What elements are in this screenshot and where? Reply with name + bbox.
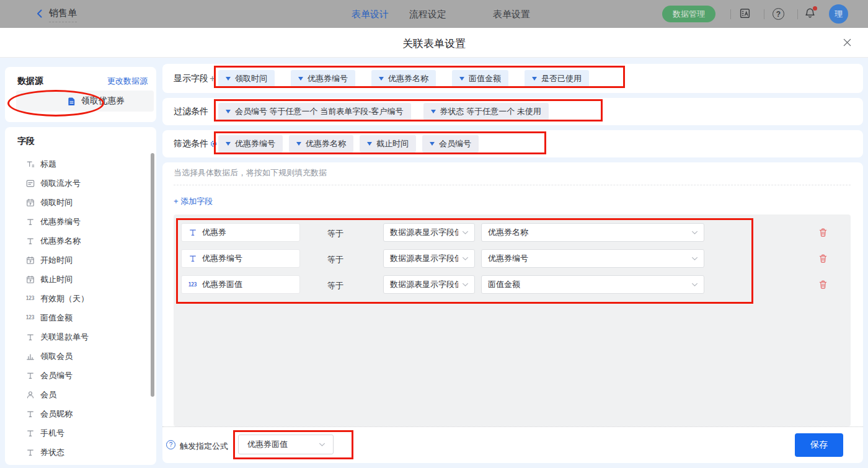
select-value: 数据源表显示字段值 [390,279,458,290]
tab-flow-setup[interactable]: 流程设定 [409,9,446,20]
tag-label: 会员编号 [439,138,471,149]
tag-label: 券状态 等于任意一个 未使用 [440,106,541,117]
caret-down-icon [430,142,435,146]
rule-source-select[interactable]: 数据源表显示字段值 [383,275,475,294]
rule-value-select[interactable]: 优惠券编号 [481,249,704,268]
tab-form-design[interactable]: 表单设计 [352,9,389,20]
rule-value-select[interactable]: 面值金额 [481,275,704,294]
rule-source-select[interactable]: 数据源表显示字段值 [383,223,475,242]
field-item[interactable]: 优惠券编号 [5,212,156,231]
trigger-formula-select[interactable]: 优惠券面值 [238,435,334,454]
data-manage-button[interactable]: 数据管理 [662,6,715,22]
filter-conditions-row: 过滤条件 会员编号 等于任意一个 当前表单字段-客户编号券状态 等于任意一个 未… [162,98,863,125]
text-icon [25,371,35,380]
rule-row: 123优惠券面值等于数据源表显示字段值面值金额 [174,275,851,294]
field-item[interactable]: 会员昵称 [5,404,156,423]
close-icon[interactable] [843,38,852,48]
serial-icon [25,179,35,188]
field-item[interactable]: 优惠券名称 [5,231,156,250]
scrollbar[interactable] [151,153,154,397]
field-label: 券状态 [40,447,64,458]
rule-row: 优惠券编号等于数据源表显示字段值优惠券编号 [174,249,851,268]
help-icon[interactable] [773,8,784,20]
rule-source-select[interactable]: 数据源表显示字段值 [383,249,475,268]
field-list: 标题领取流水号领取时间优惠券编号优惠券名称开始时间截止时间123有效期（天）12… [5,154,156,462]
calendar-icon [25,275,35,284]
add-display-field-icon[interactable]: + [210,73,215,84]
field-item[interactable]: 领取时间 [5,193,156,212]
notification-bell-icon[interactable] [804,7,817,20]
caret-down-icon [431,110,436,113]
display-field-tag[interactable]: 领取时间 [218,70,275,87]
field-item[interactable]: 关联退款单号 [5,327,156,347]
back-icon[interactable] [34,8,45,19]
doc-icon [67,97,76,106]
save-button[interactable]: 保存 [795,433,843,457]
display-field-tag[interactable]: 是否已使用 [525,70,589,87]
field-label: 手机号 [40,428,64,439]
top-navbar: 销售单 表单设计 流程设定 表单设置 数据管理 理 [0,0,868,28]
field-item[interactable]: 123有效期（天） [5,289,156,308]
filter-condition-tags: 会员编号 等于任意一个 当前表单字段-客户编号券状态 等于任意一个 未使用 [218,103,549,120]
trash-icon[interactable] [818,254,828,264]
calendar-icon [25,198,35,207]
rule-field-box[interactable]: 优惠券编号 [181,249,300,268]
chevron-down-icon [462,283,469,287]
caret-down-icon [226,110,231,113]
rule-field-label: 优惠券面值 [202,279,242,290]
number-icon: 123 [25,315,35,320]
chevron-down-icon [462,257,469,261]
trash-icon[interactable] [818,227,828,238]
tag-label: 优惠券编号 [308,73,348,84]
tag-label: 截止时间 [376,138,409,149]
avatar[interactable]: 理 [829,4,848,24]
select-value: 优惠券面值 [247,439,288,450]
field-item[interactable]: 领取会员 [5,347,156,366]
display-field-tag[interactable]: 面值金额 [452,70,508,87]
field-item[interactable]: 会员编号 [5,366,156,385]
field-item[interactable]: 123面值金额 [5,308,156,327]
chevron-down-icon [462,231,469,235]
screen-condition-tags: 优惠券编号优惠券名称截止时间会员编号 [218,135,479,152]
rule-value-select[interactable]: 优惠券名称 [481,223,704,242]
trigger-formula-label: 触发指定公式 [180,441,228,452]
field-item[interactable]: 券状态 [5,443,156,462]
notification-dot [813,6,817,11]
rule-field-box[interactable]: 优惠券 [181,223,300,242]
tag-label: 是否已使用 [541,73,582,84]
docs-icon[interactable] [739,7,751,20]
datasource-item[interactable]: 领取优惠券 [16,91,154,112]
field-item[interactable]: 会员 [5,385,156,404]
screen-condition-tag[interactable]: 会员编号 [422,135,479,152]
field-item[interactable]: 标题 [5,154,156,174]
rule-field-box[interactable]: 123优惠券面值 [181,275,300,294]
field-item[interactable]: 领取流水号 [5,174,156,193]
filter-condition-tag[interactable]: 券状态 等于任意一个 未使用 [423,103,549,120]
select-value: 面值金额 [488,279,520,290]
screen-condition-tag[interactable]: 优惠券名称 [289,135,353,152]
field-label: 领取时间 [40,197,73,208]
caret-down-icon [367,142,372,146]
screen-condition-tag[interactable]: 截止时间 [360,135,416,152]
field-label: 领取会员 [40,351,73,362]
calendar-icon [25,256,35,265]
field-item[interactable]: 截止时间 [5,270,156,289]
datasource-name: 领取优惠券 [81,95,125,107]
display-field-tag[interactable]: 优惠券名称 [371,70,436,87]
field-item[interactable]: 手机号 [5,423,156,443]
help-icon[interactable] [166,440,175,449]
change-datasource-link[interactable]: 更改数据源 [107,76,148,87]
select-value: 数据源表显示字段值 [390,253,458,264]
trash-icon[interactable] [818,280,828,290]
gear-icon[interactable] [210,140,218,148]
screen-condition-tag[interactable]: 优惠券编号 [218,135,283,152]
caret-down-icon [532,77,537,81]
form-title[interactable]: 销售单 [49,7,77,22]
field-label: 优惠券名称 [40,236,81,247]
filter-condition-tag[interactable]: 会员编号 等于任意一个 当前表单字段-客户编号 [218,103,411,120]
display-field-tag[interactable]: 优惠券编号 [291,70,355,87]
field-item[interactable]: 开始时间 [5,250,156,270]
tab-form-settings[interactable]: 表单设置 [493,9,530,20]
text-icon [188,254,197,263]
add-field-link[interactable]: + 添加字段 [174,196,213,207]
